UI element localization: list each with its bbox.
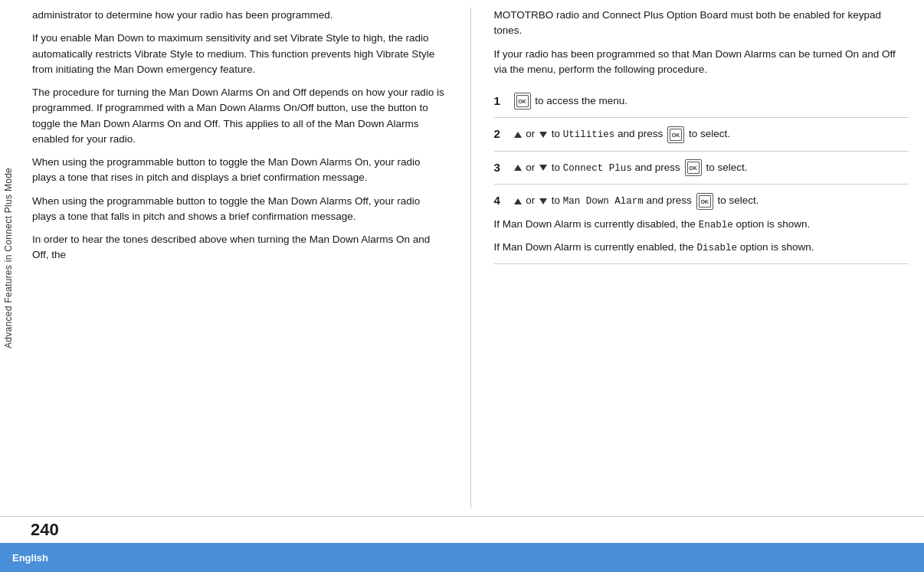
step-4-extra2-text: If Man Down Alarm is currently enabled, … [494, 241, 697, 253]
step-4-code: Man Down Alarm [563, 196, 644, 207]
step-4-content: or to Man Down Alarm and press OK to sel… [513, 192, 759, 209]
step-2-to: to [552, 128, 563, 139]
sidebar-label: Advanced Features in Connect Plus Mode [0, 162, 17, 355]
right-column: MOTOTRBO radio and Connect Plus Option B… [471, 8, 925, 508]
step-2-content: or to Utilities and press OK to select. [513, 126, 909, 142]
left-column: administrator to determine how your radi… [17, 8, 471, 508]
arrow-up-step4 [514, 198, 522, 204]
step-3-code: Connect Plus [563, 163, 632, 174]
step-1-text: to access the menu. [535, 95, 627, 106]
step-3-content: or to Connect Plus and press OK to selec… [513, 159, 909, 176]
step-4-extra1: If Man Down Alarm is currently disabled,… [494, 216, 811, 233]
left-para-4: When using the programmable button to to… [32, 155, 447, 186]
left-para-6: In order to hear the tones described abo… [32, 232, 447, 263]
step-2: 2 or to Utilities and press OK to select… [494, 118, 909, 151]
step-2-number: 2 [494, 126, 513, 140]
left-para-5: When using the programmable button to to… [32, 194, 447, 225]
step-4-code2: Disable [696, 243, 737, 253]
ok-button-step4: OK [696, 193, 713, 210]
step-3: 3 or to Connect Plus and press OK to sel… [494, 152, 909, 185]
left-para-1: administrator to determine how your radi… [32, 8, 447, 23]
ok-button-step2: OK [667, 126, 684, 143]
step-1-number: 1 [494, 93, 513, 107]
arrow-down-step2 [539, 132, 547, 138]
step-3-to: to [552, 162, 563, 173]
step-4: 4 or to Man Down Alarm and press OK to s… [494, 185, 909, 263]
footer: English [0, 543, 924, 572]
step-4-extra2-end: option is shown. [737, 241, 814, 253]
step-4-extra1-text: If Man Down Alarm is currently disabled,… [494, 218, 699, 230]
page-number-area: 240 [0, 516, 924, 543]
step-1-content: OK to access the menu. [513, 93, 909, 109]
arrow-down-step4 [539, 198, 547, 204]
arrow-up-step2 [514, 132, 522, 138]
step-2-code: Utilities [563, 129, 615, 140]
step-1: 1 OK to access the menu. [494, 85, 909, 118]
left-para-3: The procedure for turning the Man Down A… [32, 85, 447, 147]
ok-button-step3: OK [685, 159, 702, 176]
arrow-up-step3 [514, 165, 522, 171]
step-4-extra2: If Man Down Alarm is currently enabled, … [494, 239, 814, 256]
arrow-down-step3 [539, 165, 547, 171]
step-4-end: to select. [717, 194, 759, 206]
step-4-to: to [552, 194, 563, 206]
step-2-end: to select. [689, 128, 730, 139]
step-4-code1: Enable [699, 220, 733, 230]
ok-button-step1: OK [514, 93, 531, 109]
page-number: 240 [17, 520, 59, 540]
right-intro-1: MOTOTRBO radio and Connect Plus Option B… [494, 8, 909, 39]
step-3-end: to select. [706, 162, 747, 173]
step-4-extra1-end: option is shown. [733, 218, 811, 230]
right-intro-2: If your radio has been programmed so tha… [494, 47, 909, 78]
left-para-2: If you enable Man Down to maximum sensit… [32, 31, 447, 77]
step-3-number: 3 [494, 159, 513, 174]
step-4-number: 4 [494, 192, 513, 207]
footer-language: English [12, 552, 48, 564]
